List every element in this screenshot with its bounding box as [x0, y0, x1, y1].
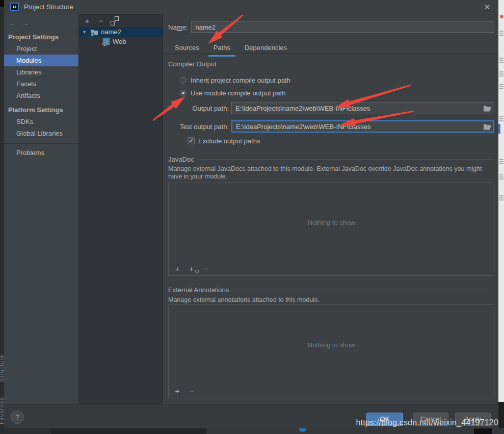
add-javadoc-url-button[interactable]: + [188, 265, 196, 272]
window-sliver-mark [499, 174, 503, 180]
tree-row-facet-web[interactable]: Web [79, 37, 163, 46]
window-sliver-mark [499, 31, 503, 36]
exclude-output-paths-checkbox-row[interactable]: ✓ Exclude output paths [188, 137, 260, 145]
sidebar-item-libraries[interactable]: Libraries [4, 66, 78, 78]
bottom-bar-segment [474, 428, 492, 434]
output-path-field [231, 102, 494, 114]
sidebar-item-facets[interactable]: Facets [4, 78, 78, 90]
test-output-path-input[interactable] [231, 120, 494, 133]
window-sliver-mark [499, 71, 503, 77]
add-icon: + [175, 387, 180, 395]
section-compiler-output: Compiler Output [168, 60, 494, 68]
ide-left-toolwindow-strip: Structure Favorites [0, 0, 4, 428]
screen: Structure Favorites IJ Project Structure… [0, 0, 504, 434]
module-folder-icon [90, 28, 98, 36]
tabs-separator [163, 53, 498, 54]
forward-button[interactable]: → [21, 18, 29, 27]
window-sliver-mark [499, 116, 503, 122]
section-title: External Annotations [168, 286, 229, 294]
output-path-row: Output path: [168, 102, 494, 114]
section-external-annotations: External Annotations [168, 286, 494, 294]
output-path-input[interactable] [231, 102, 494, 114]
toolwindow-button-favorites[interactable]: Favorites [0, 397, 4, 424]
window-sliver-mark [499, 84, 503, 90]
radio-label: Inherit project compile output path [191, 76, 290, 84]
globe-badge-icon [195, 270, 199, 273]
back-arrow-icon: ← [9, 18, 16, 27]
section-rule [233, 290, 494, 290]
javadoc-description: Manage external JavaDocs attached to thi… [168, 165, 490, 181]
window-sliver-mark [499, 58, 503, 63]
remove-module-button[interactable]: − [97, 17, 105, 24]
history-nav: ← → [4, 16, 78, 29]
background-window-dot [500, 15, 503, 18]
settings-sidebar: ← → Project Settings Project Modules Lib… [4, 14, 79, 404]
dialog-titlebar: IJ Project Structure ✕ [4, 0, 498, 14]
close-icon: ✕ [484, 3, 491, 12]
help-button[interactable]: ? [11, 411, 24, 424]
bottom-bar-segment [51, 428, 206, 434]
intellij-logo-icon: IJ [10, 3, 19, 11]
forward-arrow-icon: → [21, 18, 29, 27]
browse-folder-button[interactable] [483, 123, 492, 130]
javadoc-empty-text: Nothing to show [169, 183, 494, 262]
open-folder-icon [483, 123, 492, 130]
sidebar-item-sdks[interactable]: SDKs [4, 116, 78, 127]
sidebar-divider [4, 143, 78, 144]
remove-icon: − [99, 16, 103, 25]
dialog-body: ← → Project Settings Project Modules Lib… [4, 14, 498, 404]
tab-dependencies[interactable]: Dependencies [245, 44, 287, 54]
sidebar-item-artifacts[interactable]: Artifacts [4, 90, 78, 101]
module-name-input[interactable] [191, 21, 494, 33]
output-path-label: Output path: [168, 105, 229, 112]
add-annotation-root-button[interactable]: + [173, 388, 181, 395]
checkbox-label: Exclude output paths [198, 137, 260, 145]
test-output-path-row: Test output path: [168, 120, 494, 133]
remove-javadoc-button[interactable]: − [202, 265, 210, 272]
module-tabs: Sources Paths Dependencies [175, 44, 287, 54]
checkbox-checked-icon[interactable]: ✓ [188, 137, 195, 144]
radio-button-icon[interactable] [180, 77, 187, 84]
toolwindow-button-structure[interactable]: Structure [0, 354, 4, 382]
tree-row-module-name2[interactable]: ▾ name2 [79, 27, 163, 37]
window-sliver-mark [499, 195, 503, 201]
tab-sources[interactable]: Sources [175, 44, 199, 54]
add-javadoc-button[interactable]: + [173, 265, 181, 272]
external-annotations-description: Manage external annotations attached to … [168, 296, 490, 304]
tab-paths[interactable]: Paths [214, 44, 230, 54]
tree-node-label: name2 [101, 28, 121, 36]
test-output-path-label: Test output path: [168, 123, 229, 131]
add-icon: + [85, 16, 90, 25]
radio-button-icon-selected[interactable] [180, 90, 187, 96]
section-title: JavaDoc [168, 156, 194, 163]
remove-icon: − [190, 387, 194, 395]
sidebar-item-modules[interactable]: Modules [4, 55, 78, 66]
radio-inherit-output[interactable]: Inherit project compile output path [180, 75, 290, 85]
sidebar-item-global-libraries[interactable]: Global Libraries [4, 127, 78, 139]
remove-icon: − [204, 264, 208, 273]
bottom-bar-segment [0, 428, 51, 434]
chevron-down-icon[interactable]: ▾ [83, 29, 90, 35]
module-settings-panel: Name: Sources Paths Dependencies Compile… [163, 14, 498, 404]
add-module-button[interactable]: + [83, 17, 91, 24]
sidebar-item-problems[interactable]: Problems [4, 147, 78, 159]
sidebar-header-platform-settings: Platform Settings [4, 101, 78, 116]
remove-annotation-root-button[interactable]: − [188, 388, 196, 395]
javadoc-toolbar: + + − [169, 262, 494, 275]
section-javadoc: JavaDoc [168, 156, 494, 163]
add-icon: + [175, 264, 180, 273]
close-button[interactable]: ✕ [482, 2, 492, 12]
open-folder-icon [483, 105, 492, 112]
name-label: Name: [168, 23, 188, 31]
browse-folder-button[interactable] [483, 105, 492, 112]
sidebar-item-project[interactable]: Project [4, 43, 78, 55]
back-button[interactable]: ← [9, 18, 16, 27]
add-icon: + [190, 264, 194, 273]
window-sliver-mark [499, 159, 503, 165]
external-annotations-toolbar: + − [169, 385, 494, 398]
tree-node-label: Web [113, 38, 126, 45]
radio-module-output[interactable]: Use module compile output path [180, 88, 285, 98]
help-icon: ? [15, 413, 19, 421]
external-annotations-list: Nothing to show + − [168, 304, 494, 398]
modules-tree-panel: + − ▾ name2 [79, 14, 163, 404]
